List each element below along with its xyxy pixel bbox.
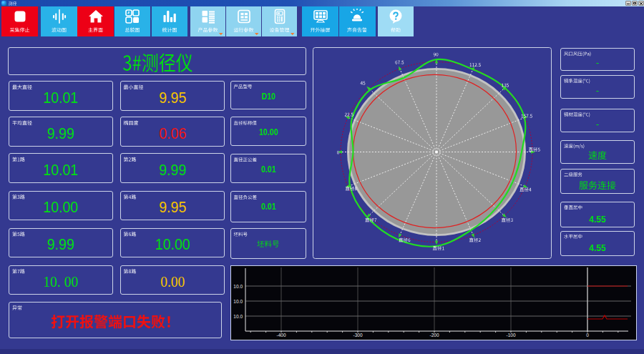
svg-text:10.0: 10.0 <box>233 299 243 304</box>
svg-text:-100: -100 <box>506 333 515 338</box>
svg-text:10.0: 10.0 <box>233 314 243 319</box>
svg-text:10.0: 10.0 <box>233 284 243 289</box>
svg-text:-400: -400 <box>276 333 286 338</box>
svg-text:0: 0 <box>586 333 589 338</box>
svg-text:-300: -300 <box>353 333 362 338</box>
svg-text:-200: -200 <box>429 333 439 338</box>
